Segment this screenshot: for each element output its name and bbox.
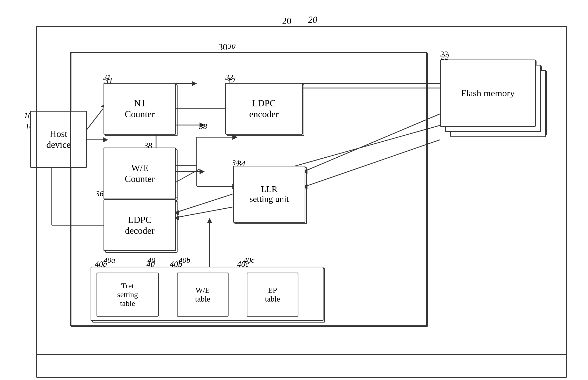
flash-memory-text: Flash memory bbox=[461, 88, 515, 99]
label-outer: 20 bbox=[282, 16, 291, 26]
tables-outer-main: Tretsettingtable W/Etable EPtable bbox=[91, 267, 324, 321]
tret-table-main: Tretsettingtable bbox=[97, 273, 159, 317]
ep-table-text: EPtable bbox=[265, 286, 280, 303]
ldpc-decoder-text: LDPCdecoder bbox=[125, 214, 155, 236]
host-device-main: Hostdevice bbox=[30, 111, 87, 168]
ldpc-encoder-text: LDPCencoder bbox=[249, 98, 279, 120]
n1-counter-text: N1Counter bbox=[125, 98, 155, 120]
ldpc-decoder-main: LDPCdecoder bbox=[104, 199, 176, 251]
llr-setting-main: LLRsetting unit bbox=[233, 166, 305, 223]
ep-table-main: EPtable bbox=[247, 273, 298, 317]
tret-table-text: Tretsettingtable bbox=[117, 281, 138, 308]
we-table-main: W/Etable bbox=[177, 273, 229, 317]
host-device-text: Hostdevice bbox=[46, 128, 71, 150]
flash-front: Flash memory bbox=[440, 60, 536, 127]
svg-text:20: 20 bbox=[308, 14, 317, 25]
we-counter-main: W/ECounter bbox=[104, 148, 176, 199]
we-table-text: W/Etable bbox=[195, 286, 210, 303]
ldpc-encoder-main: LDPCencoder bbox=[225, 83, 303, 135]
llr-setting-text: LLRsetting unit bbox=[249, 184, 289, 204]
label-inner: 30 bbox=[218, 42, 227, 53]
n1-counter-main: N1Counter bbox=[104, 83, 176, 135]
diagram-container: 20 30 31 N1Counter 32 LDPCencoder 38 W/E… bbox=[10, 10, 578, 368]
we-counter-text: W/ECounter bbox=[125, 163, 155, 184]
